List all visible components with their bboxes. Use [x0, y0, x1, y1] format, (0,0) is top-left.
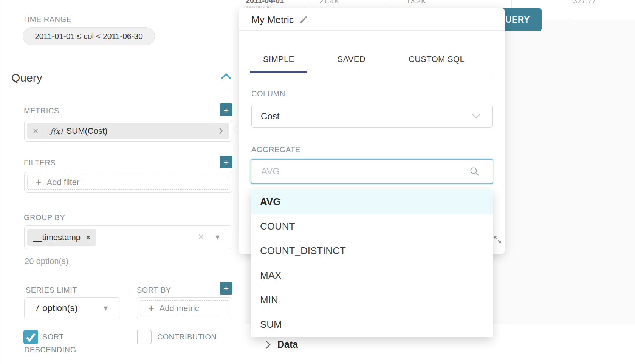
chevron-down-icon: [472, 113, 481, 119]
column-value: Cost: [261, 111, 472, 122]
data-collapse-label: Data: [277, 339, 298, 350]
tab-simple[interactable]: SIMPLE: [250, 46, 307, 73]
add-filter-text: Add filter: [47, 177, 80, 187]
plus-icon: +: [36, 177, 42, 188]
sort-by-label: SORT BY: [137, 286, 171, 295]
aggregate-label: AGGREGATE: [251, 145, 300, 154]
metric-tabs: SIMPLE SAVED CUSTOM SQL: [250, 46, 493, 73]
section-divider: [11, 89, 232, 89]
add-sort-metric-dropzone[interactable]: + Add metric: [140, 300, 229, 316]
query-section-title: Query: [11, 71, 42, 84]
add-sort-metric-button[interactable]: +: [220, 282, 232, 295]
filters-label: FILTERS: [24, 159, 56, 167]
control-panel: TIME RANGE 2011-01-01 ≤ col < 2011-06-30…: [0, 0, 245, 364]
tab-saved[interactable]: SAVED: [325, 46, 378, 73]
search-icon: [469, 167, 480, 177]
sort-descending-checkbox[interactable]: [23, 330, 38, 344]
time-range-label: TIME RANGE: [23, 15, 71, 24]
plus-icon: +: [149, 303, 154, 314]
table-cell-value: 13.2K: [406, 0, 426, 5]
column-select[interactable]: Cost: [251, 105, 493, 128]
tag-label: __timestamp: [33, 233, 81, 242]
popover-divider: [239, 30, 505, 31]
tab-label: CUSTOM SQL: [409, 54, 465, 64]
panel-edge: [3, 0, 3, 364]
time-range-pill[interactable]: 2011-01-01 ≤ col < 2011-06-30: [23, 27, 155, 45]
add-metric-text: Add metric: [160, 304, 199, 313]
pill-divider: [44, 123, 44, 139]
caret-down-icon[interactable]: ▾: [104, 303, 108, 313]
option-count-distinct[interactable]: COUNT_DISTINCT: [251, 239, 493, 263]
active-tab-indicator: [250, 71, 307, 73]
add-filter-button[interactable]: +: [220, 156, 232, 168]
table-gridline: [304, 0, 304, 8]
metrics-container: × ƒ(x) SUM(Cost): [24, 120, 232, 142]
series-limit-value: 7 option(s): [35, 303, 77, 313]
group-by-label: GROUP BY: [24, 213, 65, 222]
expand-metric-icon[interactable]: [212, 127, 229, 134]
aggregate-input[interactable]: [260, 166, 469, 177]
fx-icon: ƒ(x): [50, 127, 63, 135]
remove-tag-icon[interactable]: ✕: [85, 234, 91, 242]
sort-by-container: + Add metric: [137, 297, 232, 319]
metric-title: My Metric: [251, 14, 294, 26]
table-gridline: [570, 0, 570, 20]
aggregate-field[interactable]: [251, 159, 493, 184]
remove-metric-icon[interactable]: ×: [27, 125, 44, 137]
clear-select-icon[interactable]: ×: [198, 231, 204, 243]
caret-down-icon[interactable]: ▾: [215, 232, 220, 242]
table-cell-value: 21.4K: [319, 0, 339, 5]
tab-custom-sql[interactable]: CUSTOM SQL: [396, 46, 477, 73]
table-cell-value: 327.77: [573, 0, 596, 5]
series-limit-label: SERIES LIMIT: [26, 286, 77, 295]
data-collapse-row[interactable]: Data: [266, 339, 298, 350]
sort-descending-label-2: DESCENDING: [24, 345, 76, 354]
option-min[interactable]: MIN: [251, 288, 493, 312]
option-max[interactable]: MAX: [251, 263, 493, 288]
filters-container: + Add filter: [24, 172, 232, 193]
add-filter-dropzone[interactable]: + Add filter: [27, 175, 229, 190]
contribution-label: CONTRIBUTION: [157, 333, 217, 341]
chevron-right-icon: [266, 341, 271, 349]
sort-descending-label: SORT: [42, 333, 64, 341]
metric-name: SUM(Cost): [67, 126, 212, 136]
column-label: COLUMN: [251, 89, 285, 98]
option-count[interactable]: COUNT: [251, 214, 493, 239]
chevron-up-icon[interactable]: [220, 72, 232, 80]
metrics-label: METRICS: [24, 106, 59, 115]
resize-handle-icon[interactable]: [492, 234, 503, 245]
group-by-hint: 20 option(s): [25, 256, 68, 266]
option-avg[interactable]: AVG: [251, 190, 493, 214]
explore-screen: 2011-04-01 00:00:00 21.4K 13.2K 327.77 D…: [0, 0, 635, 364]
edit-pencil-icon[interactable]: [299, 15, 308, 25]
table-gridline: [393, 0, 393, 8]
option-sum[interactable]: SUM: [251, 312, 493, 337]
contribution-checkbox[interactable]: [137, 330, 152, 344]
group-by-tag[interactable]: __timestamp ✕: [27, 229, 96, 246]
add-metric-button[interactable]: +: [220, 103, 232, 116]
tab-label: SIMPLE: [263, 54, 294, 64]
aggregate-options-dropdown: AVG COUNT COUNT_DISTINCT MAX MIN SUM: [251, 190, 493, 337]
tab-label: SAVED: [338, 54, 366, 64]
metric-pill[interactable]: × ƒ(x) SUM(Cost): [27, 123, 229, 139]
